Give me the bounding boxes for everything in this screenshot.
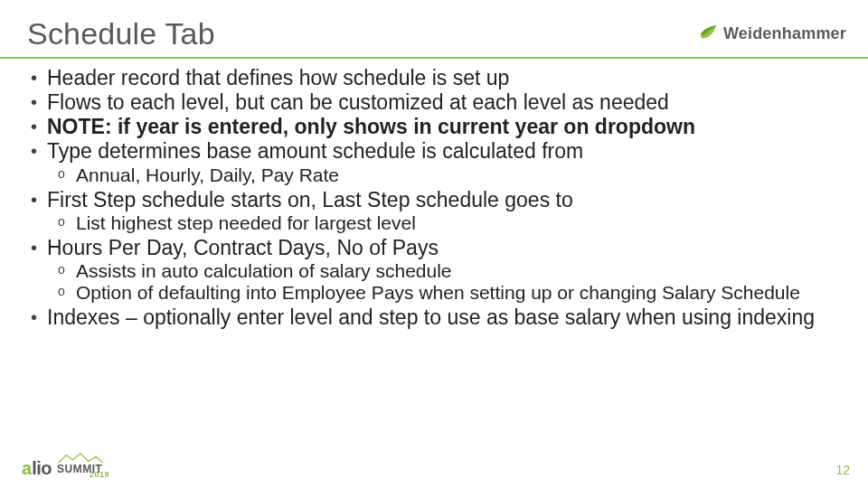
sub-bullet-text: Option of defaulting into Employee Pays … [76, 282, 800, 303]
list-item: Flows to each level, but can be customiz… [22, 90, 846, 115]
brand-name: Weidenhammer [723, 24, 846, 43]
list-item: First Step schedule starts on, Last Step… [22, 188, 846, 212]
sub-list: List highest step needed for largest lev… [22, 212, 846, 234]
brand-logo: Weidenhammer [698, 23, 846, 43]
bullet-list: Indexes – optionally enter level and ste… [22, 305, 846, 330]
leaf-icon [698, 23, 718, 43]
page-number: 12 [835, 463, 850, 477]
sub-list-item: List highest step needed for largest lev… [22, 212, 846, 234]
content: Header record that defines how schedule … [0, 59, 868, 330]
bullet-text: Type determines base amount schedule is … [47, 139, 583, 163]
sub-bullet-text: Assists in auto calculation of salary sc… [76, 260, 452, 281]
year-text: 2019 [90, 472, 109, 479]
list-item: Type determines base amount schedule is … [22, 139, 846, 164]
bullet-text: Flows to each level, but can be customiz… [47, 90, 669, 114]
sub-bullet-text: List highest step needed for largest lev… [76, 212, 416, 233]
bullet-text: Hours Per Day, Contract Days, No of Pays [47, 236, 439, 259]
sub-list-item: Assists in auto calculation of salary sc… [22, 260, 846, 282]
logo-rest: lio [32, 458, 52, 479]
alio-word: a lio [22, 458, 52, 479]
list-item: NOTE: if year is entered, only shows in … [22, 115, 846, 139]
footer: a lio SUMMIT 2019 12 [0, 452, 868, 479]
sub-list-item: Annual, Hourly, Daily, Pay Rate [22, 164, 846, 186]
slide: Schedule Tab Weidenhammer Header record … [0, 0, 868, 488]
sub-list: Assists in auto calculation of salary sc… [22, 260, 846, 304]
list-item: Hours Per Day, Contract Days, No of Pays [22, 236, 846, 260]
sub-list: Annual, Hourly, Daily, Pay Rate [22, 164, 846, 186]
list-item: Header record that defines how schedule … [22, 66, 846, 90]
list-item: Indexes – optionally enter level and ste… [22, 305, 846, 330]
bullet-list: Header record that defines how schedule … [22, 66, 846, 164]
sub-bullet-text: Annual, Hourly, Daily, Pay Rate [76, 164, 339, 185]
bullet-list: Hours Per Day, Contract Days, No of Pays [22, 236, 846, 260]
bullet-text: NOTE: if year is entered, only shows in … [47, 115, 695, 138]
sub-list-item: Option of defaulting into Employee Pays … [22, 282, 846, 304]
bullet-text: Indexes – optionally enter level and ste… [47, 305, 815, 329]
bullet-list: First Step schedule starts on, Last Step… [22, 188, 846, 212]
bullet-text: First Step schedule starts on, Last Step… [47, 188, 573, 211]
footer-logo: a lio SUMMIT 2019 [22, 452, 109, 479]
bullet-text: Header record that defines how schedule … [47, 66, 509, 89]
summit-block: SUMMIT 2019 [57, 452, 109, 479]
logo-prefix: a [22, 458, 32, 479]
